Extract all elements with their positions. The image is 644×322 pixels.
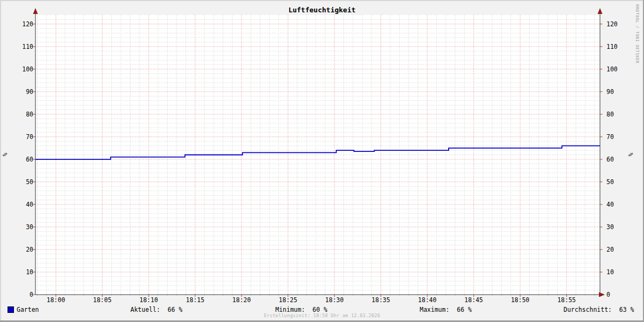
x-tick-label: 18:40 bbox=[418, 296, 437, 304]
y-tick-label-left: 70 bbox=[26, 133, 33, 141]
x-tick-label: 18:50 bbox=[511, 296, 530, 304]
chart-plot-area: 18:0018:0518:1018:1518:2018:2518:3018:35… bbox=[0, 0, 644, 322]
x-tick-label: 18:00 bbox=[47, 296, 65, 304]
x-tick-label: 18:05 bbox=[93, 296, 112, 304]
x-tick-label: 18:25 bbox=[279, 296, 297, 304]
y-tick-label-left: 110 bbox=[22, 43, 33, 50]
y-tick-label-right: 70 bbox=[606, 133, 614, 141]
y-tick-label-right: 110 bbox=[606, 43, 618, 50]
x-tick-label: 18:20 bbox=[232, 296, 251, 304]
y-tick-label-right: 50 bbox=[606, 178, 614, 186]
y-tick-label-left: 40 bbox=[26, 201, 33, 208]
rrdtool-graph-image: Luftfeuchtigkeit 18:0018:0518:1018:1518:… bbox=[0, 0, 644, 322]
y-tick-label-right: 20 bbox=[606, 246, 614, 253]
y-tick-label-left: 100 bbox=[22, 65, 33, 73]
y-axis-arrow-right bbox=[598, 8, 603, 14]
creation-time-footer: Erstellungszeit: 18:58 Uhr am 12.03.2026 bbox=[0, 313, 644, 318]
x-axis-arrow bbox=[599, 292, 605, 297]
y-axis-unit-left: % bbox=[1, 150, 9, 159]
y-tick-label-right: 10 bbox=[606, 268, 614, 276]
x-tick-label: 18:30 bbox=[325, 296, 344, 304]
y-tick-label-right: 40 bbox=[606, 201, 614, 208]
y-tick-label-right: 90 bbox=[606, 88, 614, 96]
y-tick-label-right: 100 bbox=[606, 65, 618, 73]
x-tick-label: 18:10 bbox=[140, 296, 158, 304]
y-tick-label-right: 60 bbox=[606, 156, 614, 163]
y-tick-label-left: 20 bbox=[26, 246, 33, 253]
bevel-left bbox=[0, 0, 1, 322]
y-tick-label-left: 10 bbox=[26, 268, 33, 276]
rrdtool-watermark: RRDTOOL / TOBI OETIKER bbox=[635, 4, 640, 63]
y-tick-label-left: 60 bbox=[26, 156, 33, 163]
y-tick-label-right: 120 bbox=[606, 20, 618, 28]
y-axis-arrow-left bbox=[33, 8, 38, 14]
y-tick-label-right: 0 bbox=[606, 291, 610, 298]
x-tick-label: 18:15 bbox=[186, 296, 204, 304]
y-tick-label-left: 30 bbox=[26, 223, 33, 231]
x-tick-label: 18:45 bbox=[464, 296, 483, 304]
y-tick-label-left: 80 bbox=[26, 111, 33, 118]
y-axis-unit-right: % bbox=[626, 150, 635, 159]
y-tick-label-left: 0 bbox=[30, 291, 33, 298]
x-tick-label: 18:35 bbox=[371, 296, 390, 304]
x-tick-label: 18:55 bbox=[557, 296, 576, 304]
y-tick-label-right: 30 bbox=[606, 223, 614, 231]
bevel-top bbox=[0, 0, 644, 1]
y-tick-label-left: 120 bbox=[22, 20, 33, 28]
y-tick-label-left: 90 bbox=[26, 88, 33, 96]
y-tick-label-right: 80 bbox=[606, 111, 614, 118]
y-tick-label-left: 50 bbox=[26, 178, 33, 186]
